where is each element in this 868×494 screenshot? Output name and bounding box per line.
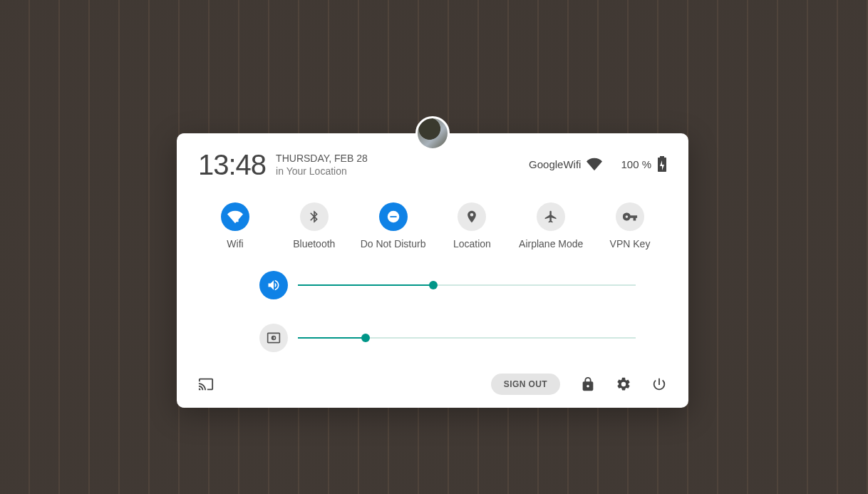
settings-icon[interactable]	[616, 376, 631, 392]
volume-icon[interactable]	[259, 271, 288, 299]
airplane-icon	[537, 202, 565, 231]
power-icon[interactable]	[651, 376, 667, 392]
wifi-status: GoogleWifi	[529, 156, 602, 172]
sign-out-button[interactable]: SIGN OUT	[491, 374, 560, 395]
vpn-key-icon	[616, 202, 644, 231]
location-icon	[458, 202, 486, 231]
toggle-vpn[interactable]: VPN Key	[594, 202, 666, 249]
toggle-label: Location	[453, 238, 491, 249]
toggle-label: Do Not Disturb	[361, 238, 426, 249]
bluetooth-icon	[300, 202, 329, 231]
toggle-wifi[interactable]: Wifi	[200, 202, 271, 249]
toggle-location[interactable]: Location	[436, 202, 507, 249]
clock: 13:48	[198, 149, 266, 181]
panel-header: 13:48 THURSDAY, FEB 28 in Your Location …	[198, 149, 667, 181]
toggle-label: Bluetooth	[293, 238, 335, 249]
volume-slider[interactable]	[298, 284, 636, 286]
wifi-network-name: GoogleWifi	[529, 158, 581, 170]
toggle-label: VPN Key	[610, 238, 651, 249]
brightness-slider-row	[259, 324, 636, 352]
brightness-icon[interactable]	[259, 324, 288, 352]
date-block: THURSDAY, FEB 28 in Your Location	[276, 153, 368, 177]
dnd-icon	[379, 202, 408, 231]
toggle-label: Wifi	[227, 238, 243, 249]
quick-settings-panel: 13:48 THURSDAY, FEB 28 in Your Location …	[177, 133, 688, 408]
toggle-bluetooth[interactable]: Bluetooth	[279, 202, 350, 249]
svg-rect-1	[390, 216, 396, 217]
toggle-row: Wifi Bluetooth Do Not Disturb Location A	[198, 202, 667, 249]
toggle-dnd[interactable]: Do Not Disturb	[358, 202, 429, 249]
volume-slider-row	[259, 271, 636, 299]
panel-footer: SIGN OUT	[198, 374, 667, 395]
wifi-signal-icon	[587, 156, 602, 172]
wifi-icon	[221, 202, 249, 231]
toggle-airplane[interactable]: Airplane Mode	[515, 202, 587, 249]
battery-status: 100 %	[621, 156, 667, 172]
battery-charging-icon	[657, 156, 667, 172]
battery-percent-label: 100 %	[621, 158, 651, 170]
cast-icon[interactable]	[198, 376, 214, 392]
date-line: THURSDAY, FEB 28	[276, 153, 368, 165]
avatar[interactable]	[415, 116, 450, 150]
header-left: 13:48 THURSDAY, FEB 28 in Your Location	[198, 149, 368, 181]
brightness-slider[interactable]	[298, 337, 636, 339]
lock-icon[interactable]	[580, 376, 596, 392]
header-right: GoogleWifi 100 %	[529, 156, 667, 172]
location-line: in Your Location	[276, 165, 368, 178]
toggle-label: Airplane Mode	[519, 238, 583, 249]
footer-right: SIGN OUT	[491, 374, 667, 395]
slider-group	[198, 271, 667, 352]
